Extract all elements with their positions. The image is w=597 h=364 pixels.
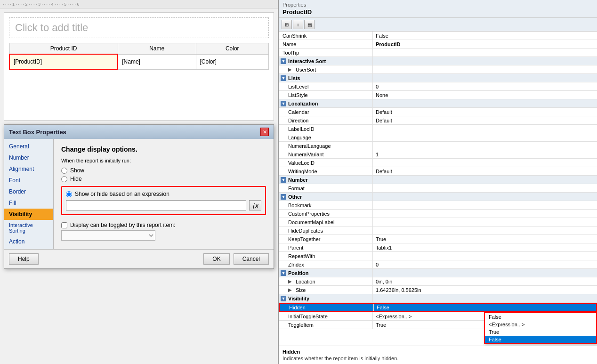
radio-hide[interactable]: Hide bbox=[61, 176, 266, 182]
section-toggle-lists[interactable]: ▼ bbox=[281, 75, 286, 81]
report-title-placeholder[interactable]: Click to add title bbox=[9, 17, 269, 38]
sidebar-item-general[interactable]: General bbox=[4, 141, 53, 152]
section-toggle-number[interactable]: ▼ bbox=[281, 177, 286, 183]
section-interactive-sort: ▼Interactive Sort bbox=[279, 57, 597, 65]
sidebar-item-fill[interactable]: Fill bbox=[4, 197, 53, 209]
prop-name-format: Format bbox=[279, 184, 373, 192]
prop-value-format bbox=[373, 184, 597, 192]
ok-button[interactable]: OK bbox=[203, 253, 229, 265]
expand-size[interactable]: ▶ bbox=[288, 287, 294, 292]
prop-name-initialtogglestate: InitialToggleState bbox=[279, 312, 373, 320]
prop-row-tooltip: ToolTip bbox=[279, 49, 597, 57]
prop-value-valuelocid bbox=[373, 159, 597, 167]
radio-hide-input[interactable] bbox=[61, 176, 67, 182]
section-name-other: ▼Other bbox=[279, 193, 373, 201]
sidebar-item-font[interactable]: Font bbox=[4, 175, 53, 186]
properties-panel-title: Properties bbox=[282, 2, 593, 8]
help-button[interactable]: Help bbox=[9, 253, 39, 265]
section-toggle-visibility[interactable]: ▼ bbox=[281, 296, 286, 301]
toggle-select[interactable] bbox=[61, 230, 155, 241]
prop-row-repeatwith: RepeatWith bbox=[279, 252, 597, 260]
dialog-close-button[interactable]: ✕ bbox=[260, 128, 269, 136]
prop-name-bookmark: Bookmark bbox=[279, 201, 373, 209]
prop-row-labellocid: LabelLocID bbox=[279, 125, 597, 133]
prop-value-direction: Default bbox=[373, 116, 597, 124]
radio-expression-input[interactable] bbox=[66, 191, 72, 197]
section-toggle-localization[interactable]: ▼ bbox=[281, 101, 286, 106]
sidebar-item-visibility[interactable]: Visibility bbox=[4, 209, 53, 220]
prop-row-size: ▶Size 1.64236in, 0.5625in bbox=[279, 286, 597, 294]
section-toggle-other[interactable]: ▼ bbox=[281, 194, 286, 200]
prop-value-canshrink: False bbox=[373, 32, 597, 40]
dropdown-item-expression[interactable]: <Expression...> bbox=[485, 321, 596, 328]
dialog-sidebar: General Number Alignment Font Border Fil… bbox=[4, 139, 54, 249]
prop-value-name: ProductID bbox=[373, 40, 597, 48]
section-value-localization bbox=[373, 99, 597, 107]
sidebar-item-interactive-sorting[interactable]: Interactive Sorting bbox=[4, 220, 53, 236]
section-toggle-interactive-sort[interactable]: ▼ bbox=[281, 58, 286, 64]
prop-value-writingmode: Default bbox=[373, 167, 597, 175]
ruler: · · · · 1 · · · · 2 · · · · 3 · · · · 4 … bbox=[0, 0, 278, 8]
prop-value-zindex: 0 bbox=[373, 260, 597, 268]
data-cell-productid[interactable]: [ProductID] bbox=[9, 54, 118, 69]
section-value-other bbox=[373, 193, 597, 201]
prop-name-canshrink: CanShrink bbox=[279, 32, 373, 40]
properties-selected-item: ProductID bbox=[282, 8, 593, 16]
prop-row-listlevel: ListLevel 0 bbox=[279, 82, 597, 91]
section-value-lists bbox=[373, 74, 597, 82]
prop-value-language bbox=[373, 133, 597, 141]
hidden-dropdown: False <Expression...> True False bbox=[484, 312, 597, 344]
section-value-visibility bbox=[373, 294, 597, 302]
prop-row-format: Format bbox=[279, 184, 597, 193]
radio-show[interactable]: Show bbox=[61, 167, 266, 174]
prop-name-usersort: ▶UserSort bbox=[279, 65, 373, 73]
radio-expression[interactable]: Show or hide based on an expression bbox=[66, 191, 261, 197]
sidebar-item-action[interactable]: Action bbox=[4, 236, 53, 247]
prop-row-canshrink: CanShrink False bbox=[279, 32, 597, 40]
prop-value-bookmark bbox=[373, 201, 597, 209]
prop-name-tooltip: ToolTip bbox=[279, 49, 373, 57]
expand-usersort[interactable]: ▶ bbox=[288, 67, 294, 72]
props-bottom-desc: Indicates whether the report item is ini… bbox=[282, 356, 593, 361]
data-cell-name[interactable]: [Name] bbox=[118, 54, 196, 69]
prop-row-documentmaplabel: DocumentMapLabel bbox=[279, 218, 597, 226]
radio-show-input[interactable] bbox=[61, 168, 67, 174]
prop-name-keeptogether: KeepTogether bbox=[279, 235, 373, 243]
prop-value-labellocid bbox=[373, 125, 597, 133]
prop-name-zindex: ZIndex bbox=[279, 260, 373, 268]
toggle-checkbox[interactable] bbox=[61, 222, 67, 228]
section-name-position: ▼Position bbox=[279, 269, 373, 277]
prop-name-location: ▶Location bbox=[279, 277, 373, 285]
toggle-row: Display can be toggled by this report it… bbox=[61, 222, 266, 228]
prop-row-location: ▶Location 0in, 0in bbox=[279, 277, 597, 286]
sidebar-item-border[interactable]: Border bbox=[4, 186, 53, 197]
properties-bottom: Hidden Indicates whether the report item… bbox=[279, 346, 597, 364]
prop-name-liststyle: ListStyle bbox=[279, 91, 373, 99]
section-toggle-position[interactable]: ▼ bbox=[281, 270, 286, 276]
sidebar-item-number[interactable]: Number bbox=[4, 152, 53, 163]
fx-button[interactable]: ƒx bbox=[249, 200, 261, 210]
prop-row-calendar: Calendar Default bbox=[279, 108, 597, 116]
prop-row-liststyle: ListStyle None bbox=[279, 91, 597, 99]
section-value-number bbox=[373, 176, 597, 184]
dropdown-item-true[interactable]: True bbox=[485, 328, 596, 336]
properties-tool-pages[interactable]: ▤ bbox=[304, 20, 315, 29]
prop-name-toggleitem: ToggleItem bbox=[279, 321, 373, 329]
section-visibility: ▼Visibility bbox=[279, 294, 597, 303]
cancel-button[interactable]: Cancel bbox=[234, 253, 269, 265]
expand-location[interactable]: ▶ bbox=[288, 279, 294, 284]
properties-tool-sort[interactable]: ↕ bbox=[293, 20, 303, 29]
prop-name-direction: Direction bbox=[279, 116, 373, 124]
prop-value-usersort bbox=[373, 65, 597, 73]
prop-row-numeralvariant: NumeralVariant 1 bbox=[279, 150, 597, 159]
sidebar-item-alignment[interactable]: Alignment bbox=[4, 163, 53, 175]
prop-value-repeatwith bbox=[373, 252, 597, 260]
prop-row-hidden[interactable]: Hidden False bbox=[279, 303, 597, 312]
properties-tool-grid[interactable]: ⊞ bbox=[282, 20, 292, 29]
prop-value-parent: Tablix1 bbox=[373, 243, 597, 251]
section-name-number: ▼Number bbox=[279, 176, 373, 184]
expression-input[interactable] bbox=[66, 200, 246, 210]
dropdown-item-false-1[interactable]: False bbox=[485, 313, 596, 321]
dropdown-item-false-2[interactable]: False bbox=[485, 336, 596, 343]
data-cell-color[interactable]: [Color] bbox=[196, 54, 268, 69]
